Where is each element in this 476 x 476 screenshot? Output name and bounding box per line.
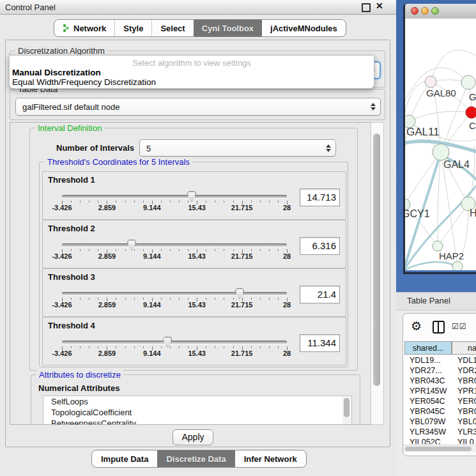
table-cell: YIL0	[457, 437, 474, 444]
tick-mark	[143, 249, 144, 251]
tab-style[interactable]: Style	[114, 20, 151, 36]
axis-label: 21.715	[231, 252, 253, 260]
tick-mark	[134, 298, 135, 300]
table-row[interactable]: YPR145WYPR1	[403, 386, 476, 396]
table-data-select[interactable]: galFiltered.sif default node	[15, 98, 381, 116]
gear-icon[interactable]: ⚙	[411, 319, 422, 334]
table-row[interactable]: YBL079WYBL0	[403, 417, 476, 427]
control-panel-titlebar: Control Panel ✕	[0, 0, 396, 15]
slider-thumb[interactable]	[235, 288, 244, 299]
algorithm-option-manual[interactable]: Manual Discretization	[12, 68, 372, 77]
network-canvas[interactable]: GAL80GCGAL11GAL4GCY1HHAP2	[405, 19, 476, 270]
tick-mark	[278, 346, 279, 348]
minimize-traffic-light-icon[interactable]	[421, 7, 429, 15]
numerical-attributes-list[interactable]: SelfLoopsTopologicalCoefficientBetweenne…	[43, 395, 352, 425]
slider-track[interactable]	[62, 195, 287, 198]
tick-mark	[260, 346, 261, 348]
tick-mark	[116, 346, 116, 348]
table-row[interactable]: YBR045CYBR0	[403, 406, 476, 417]
slider-thumb[interactable]	[163, 337, 172, 348]
list-scrollbar-thumb[interactable]	[344, 398, 349, 417]
apply-button[interactable]: Apply	[173, 429, 213, 445]
slider-track[interactable]	[62, 341, 287, 344]
tick-mark	[161, 249, 162, 251]
tick-mark	[143, 346, 144, 348]
table-row[interactable]: YDL19...YDL1	[403, 355, 476, 365]
threshold-value-field[interactable]: 14.713	[300, 188, 340, 206]
network-node[interactable]	[433, 144, 449, 160]
axis-label: 15.43	[188, 349, 206, 357]
algorithm-option-equal-width[interactable]: Equal Width/Frequency Discretization	[12, 77, 372, 87]
attribute-item[interactable]: SelfLoops	[43, 396, 351, 407]
num-intervals-value: 5	[146, 143, 151, 153]
table-row[interactable]: YLR345WYLR3	[403, 427, 476, 437]
num-intervals-select[interactable]: 5	[139, 139, 336, 157]
main-scrollbar[interactable]	[371, 122, 384, 425]
group-title: Interval Definition	[35, 123, 104, 133]
tick-mark	[161, 298, 162, 300]
float-window-icon[interactable]	[362, 3, 371, 12]
network-window-titlebar[interactable]	[405, 4, 476, 19]
tick-mark	[179, 201, 180, 203]
tab-network[interactable]: Network	[54, 20, 114, 36]
threshold-label: Threshold 3	[48, 272, 95, 282]
list-scrollbar[interactable]	[342, 397, 351, 425]
table-row[interactable]: YER054CYER0	[403, 396, 476, 406]
group-title: Discretization Algorithm	[15, 46, 107, 56]
select-columns-checkboxes-icon[interactable]: ☑☑	[452, 322, 467, 331]
node-label: HAP2	[439, 250, 464, 261]
table-row[interactable]: YIL052CYIL0	[403, 437, 476, 444]
network-node[interactable]	[433, 241, 443, 251]
node-label: GAL80	[426, 88, 456, 98]
tab-infer-network[interactable]: Infer Network	[235, 450, 306, 467]
close-traffic-light-icon[interactable]	[411, 7, 418, 15]
tab-jactivemnodules[interactable]: jActiveMNodules	[262, 20, 346, 36]
attribute-item[interactable]: BetweennessCentrality	[43, 418, 351, 425]
table-panel-card: ⚙ ☑☑ shared...na YDL19...YDL1YDR27...YDR…	[403, 313, 476, 456]
node-label: GAL4	[443, 159, 470, 170]
axis-label: 2.859	[98, 301, 116, 309]
tick-mark	[251, 201, 252, 203]
zoom-traffic-light-icon[interactable]	[431, 7, 439, 15]
tick-mark	[188, 249, 188, 251]
tick-mark	[98, 298, 98, 300]
tick-mark	[170, 346, 171, 348]
close-icon[interactable]: ✕	[376, 1, 383, 11]
column-header-2[interactable]: na	[452, 341, 476, 355]
tab-impute-data[interactable]: Impute Data	[92, 450, 157, 467]
slider-thumb[interactable]	[187, 191, 196, 202]
tick-mark	[80, 249, 81, 251]
tab-cyni-toolbox[interactable]: Cyni Toolbox	[194, 20, 262, 36]
table-hscrollbar-thumb[interactable]	[405, 447, 472, 451]
threshold-value-field[interactable]: 11.344	[300, 334, 340, 352]
slider-track[interactable]	[62, 243, 287, 247]
tick-mark	[224, 201, 224, 203]
tab-discretize-data[interactable]: Discretize Data	[157, 450, 234, 467]
tick-mark	[170, 201, 171, 203]
table-row[interactable]: YBR043CYBR0	[403, 376, 476, 386]
tab-select[interactable]: Select	[151, 20, 193, 36]
attribute-item[interactable]: TopologicalCoefficient	[43, 407, 351, 418]
columns-icon[interactable]	[433, 321, 445, 334]
table-row[interactable]: YDR27...YDR2	[403, 365, 476, 376]
network-node[interactable]	[425, 76, 436, 88]
threshold-value-field[interactable]: 6.316	[300, 237, 340, 255]
slider-track[interactable]	[62, 292, 287, 295]
column-header-1[interactable]: shared...	[404, 341, 452, 355]
network-node[interactable]	[461, 75, 475, 89]
slider-thumb[interactable]	[127, 240, 136, 250]
axis-label: 9.144	[143, 301, 161, 309]
table-cell: YDL1	[457, 355, 476, 365]
network-node[interactable]	[452, 261, 463, 270]
app-root: Control Panel ✕ NetworkStyleSelectCyni T…	[0, 0, 476, 476]
network-node[interactable]	[466, 107, 476, 118]
tick-mark	[278, 201, 279, 203]
table-hscrollbar[interactable]	[403, 445, 476, 452]
axis-label: 2.859	[98, 204, 116, 211]
tick-mark	[206, 346, 206, 348]
main-scrollbar-thumb[interactable]	[373, 134, 380, 386]
combo-arrows-icon	[326, 144, 331, 152]
table-cell: YBR0	[457, 376, 476, 386]
axis-label: 21.715	[231, 349, 253, 357]
threshold-value-field[interactable]: 21.4	[300, 286, 340, 303]
